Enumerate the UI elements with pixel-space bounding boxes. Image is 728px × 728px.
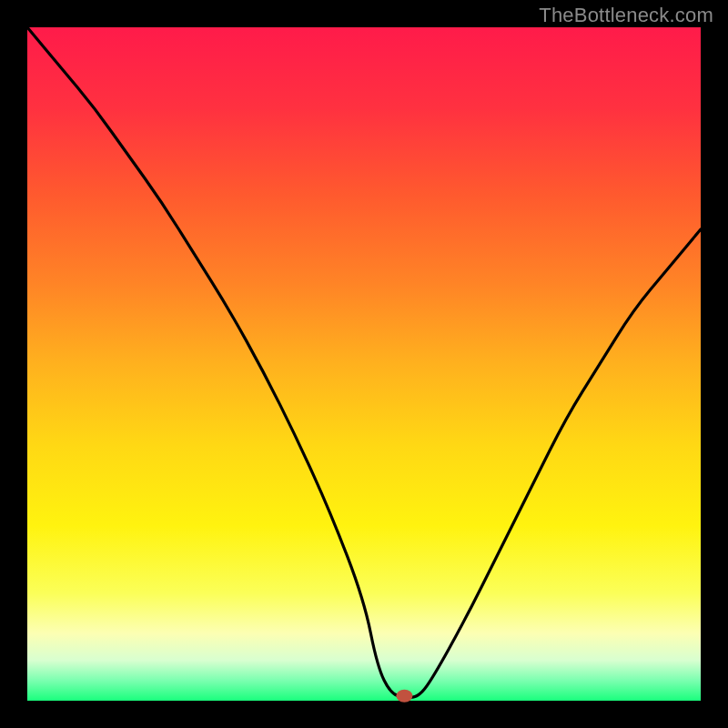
chart-frame: TheBottleneck.com: [0, 0, 728, 728]
bottleneck-chart: [0, 0, 728, 728]
optimal-marker: [396, 690, 412, 703]
watermark-text: TheBottleneck.com: [539, 4, 713, 27]
